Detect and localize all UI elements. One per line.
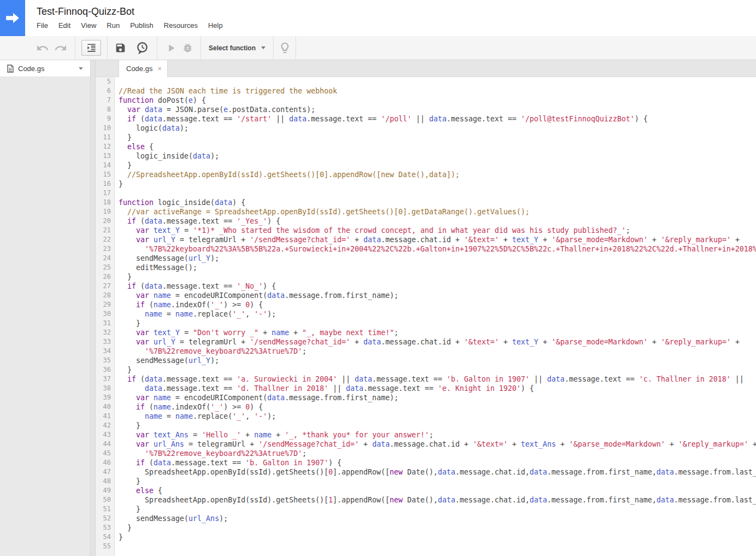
code-line[interactable]: var text_Y = '*1)* _Who started the wisd… — [119, 226, 756, 235]
code-line[interactable]: if (name.indexOf('_') >= 0) { — [119, 300, 756, 309]
line-number[interactable]: 21 — [96, 226, 111, 235]
line-number[interactable]: 11 — [96, 133, 111, 142]
code-line[interactable]: //SpreadsheetApp.openById(ssId).getSheet… — [119, 170, 756, 179]
code-line[interactable]: var url_Y = telegramUrl + '/sendMessage?… — [119, 235, 756, 244]
code-line[interactable]: '%7B%22remove_keyboard%22%3Atrue%7D'; — [119, 347, 756, 356]
line-number[interactable]: 33 — [96, 337, 111, 347]
line-number[interactable]: 22 — [96, 235, 111, 244]
redo-button[interactable] — [54, 40, 67, 56]
line-number[interactable]: 47 — [96, 467, 111, 477]
select-function-dropdown[interactable]: Select function — [201, 36, 273, 60]
code-line[interactable] — [119, 189, 756, 198]
code-line[interactable]: if (data.message.text == 'b. Galton in 1… — [119, 458, 756, 467]
line-number[interactable]: 42 — [96, 421, 111, 430]
line-number[interactable]: 14 — [96, 161, 111, 170]
code-line[interactable]: else { — [119, 486, 756, 495]
line-number[interactable]: 24 — [96, 254, 111, 263]
line-number[interactable]: 7 — [96, 96, 111, 105]
code-line[interactable]: } — [119, 532, 756, 542]
line-number[interactable]: 53 — [96, 523, 111, 532]
line-number[interactable]: 34 — [96, 347, 111, 356]
line-number[interactable]: 52 — [96, 514, 111, 523]
line-number[interactable]: 18 — [96, 198, 111, 207]
line-number[interactable]: 39 — [96, 393, 111, 402]
code-line[interactable]: var url_Ans = telegramUrl + '/sendMessag… — [119, 440, 756, 449]
code-line[interactable]: } — [119, 421, 756, 430]
line-number[interactable]: 44 — [96, 440, 111, 449]
line-number[interactable]: 30 — [96, 309, 111, 319]
app-logo[interactable] — [0, 0, 25, 36]
line-number[interactable]: 54 — [96, 532, 111, 542]
indent-button[interactable] — [81, 40, 101, 56]
save-button[interactable] — [115, 40, 126, 56]
sidebar-resize-handle[interactable] — [91, 60, 96, 556]
line-number[interactable]: 48 — [96, 477, 111, 486]
code-line[interactable]: else { — [119, 142, 756, 151]
line-number[interactable]: 41 — [96, 412, 111, 421]
file-menu-chevron-icon[interactable] — [79, 67, 83, 70]
code-line[interactable]: var name = encodeURIComponent(data.messa… — [119, 393, 756, 402]
code-line[interactable]: if (data.message.text == '/start' || dat… — [119, 114, 756, 124]
code-line[interactable]: if (data.message.text == '_No_') { — [119, 282, 756, 291]
sidebar-item-code-gs[interactable]: Code.gs — [0, 60, 90, 77]
line-number[interactable]: 37 — [96, 374, 111, 384]
code-line[interactable]: sendMessage(url_Y); — [119, 254, 756, 263]
line-number[interactable]: 20 — [96, 216, 111, 226]
line-number[interactable]: 23 — [96, 244, 111, 254]
code-pane[interactable]: //Read the JSON each time is triggered t… — [115, 77, 756, 556]
code-line[interactable]: } — [119, 161, 756, 170]
code-line[interactable]: SpreadsheetApp.openById(ssId).getSheets(… — [119, 467, 756, 477]
project-history-button[interactable] — [135, 40, 149, 56]
line-number[interactable]: 55 — [96, 542, 111, 551]
line-number[interactable]: 26 — [96, 272, 111, 282]
code-line[interactable]: sendMessage(url_Ans); — [119, 514, 756, 523]
line-number[interactable]: 6 — [96, 86, 111, 96]
menu-view[interactable]: View — [81, 21, 96, 30]
line-number[interactable]: 9 — [96, 114, 111, 124]
code-line[interactable]: editMessage(); — [119, 263, 756, 272]
undo-button[interactable] — [36, 40, 49, 56]
menu-resources[interactable]: Resources — [164, 21, 198, 30]
menu-run[interactable]: Run — [107, 21, 120, 30]
line-number[interactable]: 51 — [96, 505, 111, 514]
hints-button[interactable] — [279, 40, 291, 56]
line-number[interactable]: 49 — [96, 486, 111, 495]
code-line[interactable]: var url_Y = telegramUrl + '/sendMessage?… — [119, 337, 756, 347]
line-number[interactable]: 15 — [96, 170, 111, 179]
code-line[interactable]: logic(data); — [119, 124, 756, 133]
line-number[interactable]: 27 — [96, 282, 111, 291]
line-number[interactable]: 17 — [96, 189, 111, 198]
code-line[interactable]: if (data.message.text == 'a. Surowiecki … — [119, 374, 756, 384]
line-number[interactable]: 35 — [96, 356, 111, 365]
line-number[interactable]: 25 — [96, 263, 111, 272]
line-number[interactable]: 8 — [96, 105, 111, 114]
line-number[interactable]: 46 — [96, 458, 111, 467]
menu-help[interactable]: Help — [208, 21, 223, 30]
code-line[interactable]: data.message.text == 'd. Thallner in 201… — [119, 384, 756, 393]
debug-button[interactable] — [182, 40, 193, 56]
line-number[interactable]: 31 — [96, 319, 111, 328]
project-title[interactable]: Test-Finnoq-Quizz-Bot — [37, 6, 223, 17]
menu-edit[interactable]: Edit — [58, 21, 70, 30]
code-line[interactable]: } — [119, 365, 756, 374]
code-line[interactable] — [119, 542, 756, 551]
code-line[interactable]: function doPost(e) { — [119, 96, 756, 105]
line-number[interactable]: 50 — [96, 495, 111, 505]
line-number[interactable]: 36 — [96, 365, 111, 374]
code-line[interactable]: } — [119, 523, 756, 532]
code-line[interactable]: if (data.message.text == '_Yes_') { — [119, 216, 756, 226]
code-line[interactable]: '%7B%22remove_keyboard%22%3Atrue%7D'; — [119, 449, 756, 458]
code-line[interactable]: } — [119, 272, 756, 282]
code-line[interactable]: //Read the JSON each time is triggered t… — [119, 86, 756, 96]
code-line[interactable]: function logic_inside(data) { — [119, 198, 756, 207]
line-number[interactable]: 12 — [96, 142, 111, 151]
line-number[interactable]: 32 — [96, 328, 111, 337]
tab-close-icon[interactable]: × — [157, 65, 162, 72]
line-number[interactable]: 10 — [96, 124, 111, 133]
code-line[interactable]: //var activeRange = SpreadsheetApp.openB… — [119, 207, 756, 216]
tab-code-gs[interactable]: Code.gs × — [119, 60, 168, 77]
code-line[interactable] — [119, 77, 756, 86]
line-number[interactable]: 38 — [96, 384, 111, 393]
line-number[interactable]: 5 — [96, 77, 111, 86]
code-line[interactable]: } — [119, 505, 756, 514]
